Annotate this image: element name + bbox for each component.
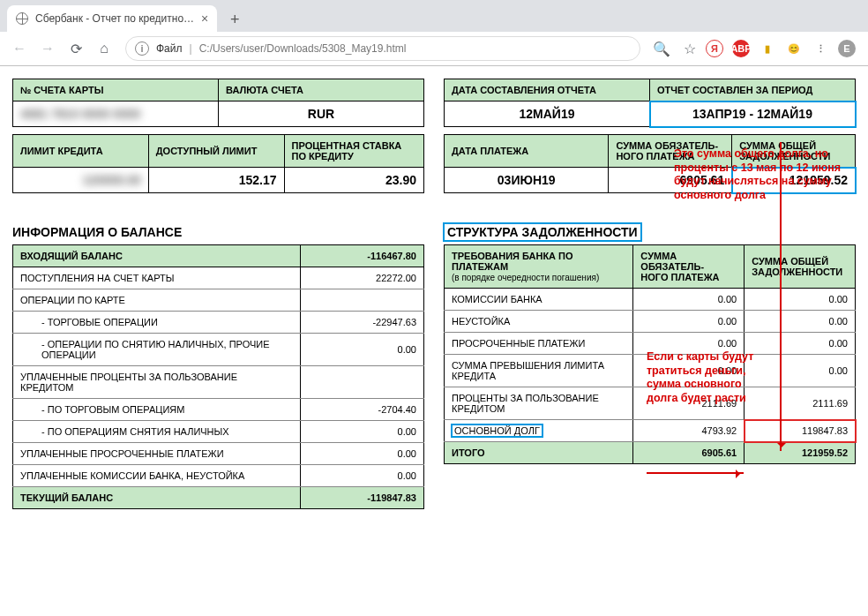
debt-footer-label: ИТОГО	[445, 442, 633, 464]
report-date-value: 12МАЙ19	[445, 101, 650, 127]
debt-row-mandatory: 0.00	[633, 311, 745, 333]
balance-footer-label: ТЕКУЩИЙ БАЛАНС	[13, 487, 301, 509]
credit-limits-block: ЛИМИТ КРЕДИТА ДОСТУПНЫЙ ЛИМИТ ПРОЦЕНТНАЯ…	[12, 134, 424, 193]
extensions-area: Я ABP ▮ 😊 ⋮ E	[706, 40, 861, 57]
site-info-icon[interactable]: i	[135, 41, 149, 56]
new-tab-button[interactable]: +	[222, 7, 247, 32]
tab-strip: Сбербанк - Отчет по кредитно… × +	[0, 0, 868, 32]
debt-row-label: КОМИССИИ БАНКА	[445, 289, 633, 311]
incoming-balance-value: -116467.80	[301, 245, 424, 267]
browser-toolbar: ← → ⟳ ⌂ i Файл | C:/Users/user/Downloads…	[0, 32, 868, 65]
balance-heading: ИНФОРМАЦИЯ О БАЛАНСЕ	[12, 225, 424, 239]
debt-row-total: 0.00	[745, 289, 856, 311]
arrow-right-icon	[647, 472, 744, 474]
currency-value: RUR	[219, 101, 424, 127]
home-button[interactable]: ⌂	[92, 36, 116, 61]
profile-avatar[interactable]: E	[838, 40, 856, 57]
debt-col3-header: СУММА ОБЩЕЙ ЗАДОЛЖЕННОСТИ	[745, 245, 856, 289]
addr-path: C:/Users/user/Downloads/5308_May19.html	[199, 42, 407, 55]
addr-separator: |	[190, 42, 192, 55]
tab-title: Сбербанк - Отчет по кредитно…	[35, 12, 194, 25]
debt-row-mandatory: 4793.92	[633, 420, 745, 442]
balance-row-label: УПЛАЧЕННЫЕ ПРОЦЕНТЫ ЗА ПОЛЬЗОВАНИЕ КРЕДИ…	[13, 366, 301, 399]
payment-date-label: ДАТА ПЛАТЕЖА	[445, 135, 609, 168]
back-button[interactable]: ←	[7, 36, 32, 61]
balance-row-value	[301, 366, 424, 399]
menu-button[interactable]: ⋮	[812, 40, 829, 57]
debt-col1-header: ТРЕБОВАНИЯ БАНКА ПО ПЛАТЕЖАМ (в порядке …	[445, 245, 633, 289]
debt-row-label: СУММА ПРЕВЫШЕНИЯ ЛИМИТА КРЕДИТА	[445, 355, 633, 387]
payment-date-value: 03ИЮН19	[445, 168, 609, 193]
credit-limit-label: ЛИМИТ КРЕДИТА	[13, 135, 149, 168]
debt-row-label: ОСНОВНОЙ ДОЛГ	[445, 420, 633, 442]
debt-row-label: ПРОСРОЧЕННЫЕ ПЛАТЕЖИ	[445, 333, 633, 355]
balance-row-label: ОПЕРАЦИИ ПО КАРТЕ	[13, 289, 301, 312]
balance-footer-value: -119847.83	[301, 487, 424, 509]
report-page: № СЧЕТА КАРТЫ ВАЛЮТА СЧЕТА 4081 7810 000…	[0, 66, 868, 525]
browser-chrome: Сбербанк - Отчет по кредитно… × + ← → ⟳ …	[0, 0, 868, 66]
debt-footer-mandatory: 6905.61	[633, 442, 745, 464]
debt-row-mandatory: 0.00	[633, 289, 745, 311]
report-date-label: ДАТА СОСТАВЛЕНИЯ ОТЧЕТА	[445, 79, 650, 101]
card-currency-block: № СЧЕТА КАРТЫ ВАЛЮТА СЧЕТА 4081 7810 000…	[12, 79, 424, 127]
card-account-value: 4081 7810 0000 0000	[13, 101, 219, 127]
balance-row-value: 0.00	[301, 465, 424, 487]
interest-rate-value: 23.90	[284, 168, 423, 193]
available-limit-value: 152.17	[148, 168, 284, 193]
available-limit-label: ДОСТУПНЫЙ ЛИМИТ	[148, 135, 284, 168]
emoji-extension-icon[interactable]: 😊	[785, 40, 803, 57]
balance-row-value: -22947.63	[301, 312, 424, 334]
debt-row-total: 119847.83	[745, 420, 856, 442]
adblock-extension-icon[interactable]: ABP	[732, 40, 750, 57]
balance-row-value: 0.00	[301, 443, 424, 465]
bookmark-icon[interactable]: ☆	[677, 36, 702, 61]
debt-col2-header: СУММА ОБЯЗАТЕЛЬ- НОГО ПЛАТЕЖА	[633, 245, 745, 289]
balance-row-label: - ОПЕРАЦИИ ПО СНЯТИЮ НАЛИЧНЫХ, ПРОЧИЕ ОП…	[13, 334, 301, 366]
debt-row-total: 0.00	[745, 311, 856, 333]
balance-table: ВХОДЯЩИЙ БАЛАНС -116467.80 ПОСТУПЛЕНИЯ Н…	[12, 244, 424, 509]
incoming-balance-label: ВХОДЯЩИЙ БАЛАНС	[13, 245, 301, 267]
interest-rate-label: ПРОЦЕНТНАЯ СТАВКА ПО КРЕДИТУ	[284, 135, 423, 168]
extension-icon[interactable]: ▮	[759, 40, 776, 57]
balance-row-label: - ПО ТОРГОВЫМ ОПЕРАЦИЯМ	[13, 399, 301, 421]
balance-row-label: УПЛАЧЕННЫЕ ПРОСРОЧЕННЫЕ ПЛАТЕЖИ	[13, 443, 301, 465]
globe-icon	[16, 12, 28, 25]
debt-footer-total: 121959.52	[745, 442, 856, 464]
balance-row-value: 0.00	[301, 421, 424, 443]
report-period-value: 13АПР19 - 12МАЙ19	[650, 101, 856, 127]
balance-row-value: -2704.40	[301, 399, 424, 421]
report-period-block: ДАТА СОСТАВЛЕНИЯ ОТЧЕТА ОТЧЕТ СОСТАВЛЕН …	[444, 79, 856, 127]
balance-row-value	[301, 289, 424, 312]
balance-row-label: - ТОРГОВЫЕ ОПЕРАЦИИ	[13, 312, 301, 334]
balance-row-label: УПЛАЧЕННЫЕ КОМИССИИ БАНКА, НЕУСТОЙКА	[13, 465, 301, 487]
addr-scheme-label: Файл	[156, 42, 183, 55]
debt-row-label: ПРОЦЕНТЫ ЗА ПОЛЬЗОВАНИЕ КРЕДИТОМ	[445, 387, 633, 420]
debt-row-label: НЕУСТОЙКА	[445, 311, 633, 333]
balance-row-label: - ПО ОПЕРАЦИЯМ СНЯТИЯ НАЛИЧНЫХ	[13, 421, 301, 443]
close-tab-icon[interactable]: ×	[201, 11, 208, 26]
balance-row-label: ПОСТУПЛЕНИЯ НА СЧЕТ КАРТЫ	[13, 267, 301, 289]
debt-heading: СТРУКТУРА ЗАДОЛЖЕННОСТИ	[444, 225, 641, 239]
report-period-label: ОТЧЕТ СОСТАВЛЕН ЗА ПЕРИОД	[650, 79, 856, 101]
balance-row-value: 22272.00	[301, 267, 424, 289]
reload-button[interactable]: ⟳	[64, 36, 88, 61]
zoom-icon[interactable]: 🔍	[649, 36, 674, 61]
arrow-down-icon	[780, 142, 782, 451]
balance-row-value: 0.00	[301, 334, 424, 366]
currency-label: ВАЛЮТА СЧЕТА	[219, 79, 424, 101]
credit-limit-value: 120000.00	[13, 168, 149, 193]
address-bar[interactable]: i Файл | C:/Users/user/Downloads/5308_Ma…	[125, 36, 640, 61]
forward-button[interactable]: →	[35, 36, 60, 61]
yandex-extension-icon[interactable]: Я	[706, 40, 723, 57]
annotation-principal-growth: Если с карты будут тратиться деньги, сум…	[647, 350, 761, 406]
card-account-label: № СЧЕТА КАРТЫ	[13, 79, 219, 101]
browser-tab[interactable]: Сбербанк - Отчет по кредитно… ×	[7, 5, 217, 32]
annotation-total-debt: Это сумма общего долга, но проценты с 13…	[674, 147, 859, 203]
